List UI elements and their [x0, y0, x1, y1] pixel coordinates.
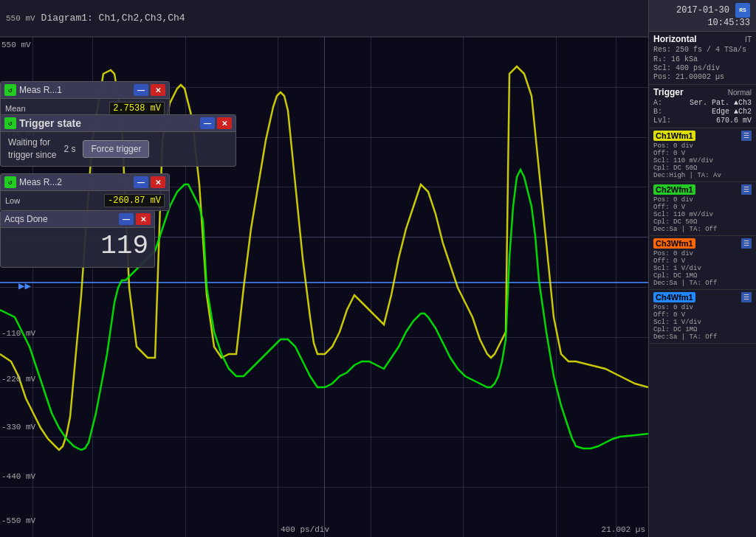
trigger-status: Normal — [728, 89, 752, 97]
trigger-b-row: B: Edge ▲Ch2 — [653, 108, 752, 116]
rs-logo: RS — [735, 3, 750, 18]
datetime-header: 2017-01-30 RS 10:45:33 — [649, 0, 756, 32]
meas1-minimize-btn[interactable]: — — [134, 84, 148, 96]
meas2-minimize-btn[interactable]: — — [134, 176, 148, 188]
horizontal-title: Horizontal — [653, 34, 697, 44]
datetime-row: 2017-01-30 RS — [655, 3, 750, 18]
acqs-minimize-btn[interactable]: — — [119, 213, 134, 225]
ch2-off-row: Off: 0 V — [653, 204, 752, 211]
diagram-title: Diagram1: Ch1,Ch2,Ch3,Ch4 — [41, 13, 185, 24]
trigger-a-val: Ser. Pat. ▲Ch3 — [690, 99, 752, 107]
ch4-dec: Dec:Sa | TA: Off — [653, 333, 717, 341]
ch2-off: Off: 0 V — [653, 204, 685, 211]
ch4-title: Ch4Wfm1 — [653, 292, 695, 302]
acqs-close-btn[interactable]: ✕ — [136, 213, 151, 225]
ch3-off-row: Off: 0 V — [653, 257, 752, 265]
ch2-dec: Dec:Sa | TA: Off — [653, 226, 717, 233]
time-text: 10:45:33 — [655, 18, 750, 28]
ch4-dec-row: Dec:Sa | TA: Off — [653, 333, 752, 341]
date-text: 2017-01-30 — [676, 5, 729, 15]
ch4-panel: Ch4Wfm1 ☰ Pos: 0 div Off: 0 V Scl: 1 V/d… — [649, 290, 756, 344]
h-res-label: Res: 250 fs / 4 TSa/s — [653, 46, 746, 54]
y-label-n440: -440 mV — [1, 472, 35, 481]
meas2-label: Low — [5, 196, 20, 205]
ch2-menu-btn[interactable]: ☰ — [741, 184, 752, 195]
trigger-lvl-val: 670.6 mV — [716, 117, 752, 125]
acqs-title-bar: Acqs Done — ✕ — [1, 211, 154, 228]
ch1-dec-row: Dec:High | TA: Av — [653, 172, 752, 179]
horizontal-it: IT — [745, 35, 752, 44]
ch2-cpl: Cpl: DC 50Ω — [653, 218, 697, 226]
ch2-panel: Ch2Wfm1 ☰ Pos: 0 div Off: 0 V Scl: 110 m… — [649, 182, 756, 236]
trigger-state-title: Trigger state — [19, 117, 81, 129]
ch1-pos-row: Pos: 0 div — [653, 142, 752, 150]
ch1-dec: Dec:High | TA: Av — [653, 172, 721, 179]
trigger-b-label: B: — [653, 108, 662, 116]
ch3-menu-btn[interactable]: ☰ — [741, 238, 752, 249]
timescale-label: 400 ps/div — [281, 525, 329, 534]
ch4-off: Off: 0 V — [653, 311, 685, 319]
meas1-close-btn[interactable]: ✕ — [151, 84, 165, 96]
ch1-pos: Pos: 0 div — [653, 142, 693, 150]
ch1-menu-btn[interactable]: ☰ — [741, 131, 752, 141]
ch4-scl-row: Scl: 1 V/div — [653, 319, 752, 326]
ch2-title: Ch2Wfm1 — [653, 184, 695, 195]
ch3-pos: Pos: 0 div — [653, 250, 693, 257]
ch4-scl: Scl: 1 V/div — [653, 319, 701, 326]
meas1-panel: ↺ Meas R...1 — ✕ Mean 2.7538 mV — [0, 81, 170, 119]
ch3-scl: Scl: 1 V/div — [653, 265, 701, 272]
h-pos-row: Pos: 21.00002 µs — [653, 73, 752, 81]
trigger-time: 2 s — [63, 144, 75, 154]
ch1-scl-row: Scl: 110 mV/div — [653, 157, 752, 164]
ch1-cpl-row: Cpl: DC 50Ω — [653, 164, 752, 172]
top-bar: 550 mV Diagram1: Ch1,Ch2,Ch3,Ch4 — [0, 0, 648, 37]
meas2-icon: ↺ — [4, 176, 16, 188]
timepos-label: 21.002 µs — [602, 525, 645, 534]
scope-display: 550 mV Diagram1: Ch1,Ch2,Ch3,Ch4 — [0, 0, 648, 537]
ch2-scl-row: Scl: 110 mV/div — [653, 211, 752, 218]
meas1-title: Meas R...1 — [19, 85, 62, 95]
ch4-menu-btn[interactable]: ☰ — [741, 292, 752, 302]
ch1-title: Ch1Wfm1 — [653, 131, 695, 141]
ch2-dec-row: Dec:Sa | TA: Off — [653, 226, 752, 233]
meas1-label: Mean — [5, 104, 26, 113]
trigger-b-val: Edge ▲Ch2 — [712, 108, 752, 116]
force-trigger-btn[interactable]: Force trigger — [83, 140, 149, 158]
ch1-off-row: Off: 0 V — [653, 150, 752, 157]
meas1-btn-group: — ✕ — [134, 84, 165, 96]
meas2-btn-group: — ✕ — [134, 176, 165, 188]
ch4-pos-row: Pos: 0 div — [653, 304, 752, 311]
ch2-pos: Pos: 0 div — [653, 196, 693, 204]
trigger-waiting-text: Waiting fortrigger since — [8, 136, 56, 162]
trigger-lvl-label: Lvl: — [653, 117, 671, 125]
trigger-state-close-btn[interactable]: ✕ — [217, 117, 232, 129]
trigger-section: Trigger Normal A: Ser. Pat. ▲Ch3 B: Edge… — [649, 85, 756, 128]
ch2-cpl-row: Cpl: DC 50Ω — [653, 218, 752, 226]
trigger-state-title-bar: ↺ Trigger state — ✕ — [1, 115, 236, 132]
ch1-header: Ch1Wfm1 ☰ — [653, 131, 752, 141]
ch4-header: Ch4Wfm1 ☰ — [653, 292, 752, 302]
meas2-panel: ↺ Meas R...2 — ✕ Low -260.87 mV — [0, 173, 170, 211]
ch4-pos: Pos: 0 div — [653, 304, 693, 311]
ch1-scl: Scl: 110 mV/div — [653, 157, 713, 164]
trigger-a-row: A: Ser. Pat. ▲Ch3 — [653, 99, 752, 107]
acqs-value: 119 — [7, 231, 148, 261]
ch2-scl: Scl: 110 mV/div — [653, 211, 713, 218]
ch1-cpl: Cpl: DC 50Ω — [653, 164, 697, 172]
ch3-cpl: Cpl: DC 1MΩ — [653, 272, 697, 280]
trigger-a-label: A: — [653, 99, 662, 107]
trigger-state-panel: ↺ Trigger state — ✕ Waiting fortrigger s… — [0, 114, 236, 167]
h-res-row: Res: 250 fs / 4 TSa/s — [653, 46, 752, 54]
ch3-title: Ch3Wfm1 — [653, 238, 695, 249]
h-scl-label: Scl: 400 ps/div — [653, 64, 720, 72]
meas2-close-btn[interactable]: ✕ — [151, 176, 165, 188]
ch3-panel: Ch3Wfm1 ☰ Pos: 0 div Off: 0 V Scl: 1 V/d… — [649, 236, 756, 290]
trigger-state-body: Waiting fortrigger since 2 s Force trigg… — [1, 132, 236, 166]
ch3-dec: Dec:Sa | TA: Off — [653, 280, 717, 287]
ch2-header: Ch2Wfm1 ☰ — [653, 184, 752, 195]
meas2-title-left: ↺ Meas R...2 — [4, 176, 62, 188]
trigger-title: Trigger — [653, 87, 684, 97]
trigger-state-minimize-btn[interactable]: — — [200, 117, 215, 129]
meas2-title-bar: ↺ Meas R...2 — ✕ — [1, 174, 169, 191]
ch4-cpl-row: Cpl: DC 1MΩ — [653, 326, 752, 333]
